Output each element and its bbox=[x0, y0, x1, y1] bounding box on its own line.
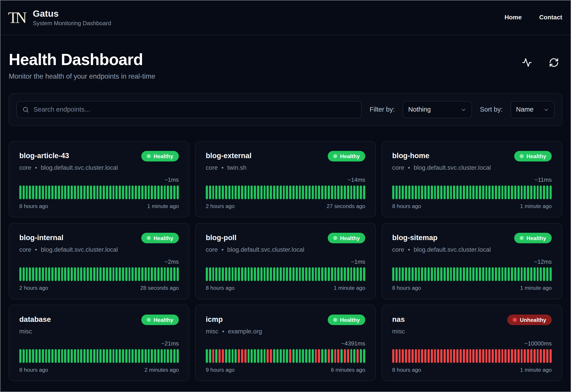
bar-success[interactable] bbox=[132, 267, 134, 281]
bar-success[interactable] bbox=[347, 185, 349, 199]
bar-success[interactable] bbox=[321, 267, 323, 281]
bar-success[interactable] bbox=[29, 267, 31, 281]
bar-success[interactable] bbox=[151, 349, 153, 363]
bar-success[interactable] bbox=[128, 349, 131, 363]
bar-failure[interactable] bbox=[540, 349, 542, 363]
bar-success[interactable] bbox=[29, 185, 31, 199]
bar-success[interactable] bbox=[308, 349, 311, 363]
bar-success[interactable] bbox=[93, 349, 95, 363]
bar-success[interactable] bbox=[283, 267, 285, 281]
bar-success[interactable] bbox=[488, 267, 491, 281]
bar-success[interactable] bbox=[270, 185, 272, 199]
bar-success[interactable] bbox=[141, 185, 143, 199]
bar-success[interactable] bbox=[83, 185, 85, 199]
bar-failure[interactable] bbox=[337, 349, 339, 363]
bar-success[interactable] bbox=[251, 349, 253, 363]
bar-success[interactable] bbox=[58, 185, 60, 199]
bar-success[interactable] bbox=[421, 267, 423, 281]
bar-success[interactable] bbox=[533, 267, 535, 281]
bar-success[interactable] bbox=[318, 185, 320, 199]
bar-success[interactable] bbox=[292, 267, 294, 281]
bar-success[interactable] bbox=[357, 185, 359, 199]
bar-success[interactable] bbox=[93, 267, 95, 281]
bar-success[interactable] bbox=[296, 185, 298, 199]
bar-success[interactable] bbox=[128, 267, 131, 281]
bar-success[interactable] bbox=[116, 267, 118, 281]
bar-success[interactable] bbox=[325, 185, 327, 199]
bar-failure[interactable] bbox=[447, 349, 449, 363]
bar-success[interactable] bbox=[415, 185, 417, 199]
bar-success[interactable] bbox=[119, 349, 121, 363]
bar-success[interactable] bbox=[58, 349, 60, 363]
bar-failure[interactable] bbox=[289, 349, 291, 363]
bar-failure[interactable] bbox=[469, 349, 471, 363]
bar-failure[interactable] bbox=[472, 349, 474, 363]
bar-success[interactable] bbox=[215, 185, 217, 199]
bar-success[interactable] bbox=[492, 185, 494, 199]
bar-failure[interactable] bbox=[498, 349, 500, 363]
bar-success[interactable] bbox=[112, 349, 114, 363]
uptime-bars[interactable] bbox=[19, 267, 179, 281]
bar-success[interactable] bbox=[247, 349, 249, 363]
bar-success[interactable] bbox=[505, 267, 507, 281]
bar-success[interactable] bbox=[305, 185, 307, 199]
bar-success[interactable] bbox=[212, 185, 214, 199]
bar-success[interactable] bbox=[286, 267, 288, 281]
bar-success[interactable] bbox=[350, 267, 352, 281]
bar-success[interactable] bbox=[135, 267, 137, 281]
bar-success[interactable] bbox=[23, 185, 25, 199]
bar-success[interactable] bbox=[209, 185, 211, 199]
bar-success[interactable] bbox=[177, 185, 179, 199]
bar-success[interactable] bbox=[283, 349, 285, 363]
bar-success[interactable] bbox=[363, 185, 365, 199]
bar-success[interactable] bbox=[428, 267, 430, 281]
bar-success[interactable] bbox=[228, 185, 230, 199]
bar-success[interactable] bbox=[469, 185, 471, 199]
bar-success[interactable] bbox=[154, 349, 156, 363]
bar-success[interactable] bbox=[440, 185, 442, 199]
bar-success[interactable] bbox=[35, 185, 37, 199]
bar-success[interactable] bbox=[270, 267, 272, 281]
bar-failure[interactable] bbox=[517, 349, 519, 363]
bar-success[interactable] bbox=[399, 185, 401, 199]
bar-success[interactable] bbox=[299, 267, 301, 281]
bar-success[interactable] bbox=[251, 185, 253, 199]
bar-success[interactable] bbox=[260, 349, 262, 363]
bar-success[interactable] bbox=[511, 185, 513, 199]
bar-success[interactable] bbox=[260, 185, 262, 199]
bar-success[interactable] bbox=[524, 185, 526, 199]
bar-success[interactable] bbox=[61, 267, 63, 281]
bar-success[interactable] bbox=[450, 185, 452, 199]
bar-success[interactable] bbox=[347, 267, 349, 281]
bar-success[interactable] bbox=[135, 185, 137, 199]
bar-success[interactable] bbox=[337, 185, 339, 199]
uptime-bars[interactable] bbox=[206, 185, 365, 199]
bar-success[interactable] bbox=[71, 185, 73, 199]
bar-success[interactable] bbox=[35, 267, 37, 281]
bar-success[interactable] bbox=[260, 267, 262, 281]
bar-success[interactable] bbox=[479, 185, 481, 199]
bar-success[interactable] bbox=[543, 267, 545, 281]
bar-failure[interactable] bbox=[479, 349, 481, 363]
bar-failure[interactable] bbox=[395, 349, 397, 363]
bar-failure[interactable] bbox=[549, 349, 551, 363]
bar-success[interactable] bbox=[39, 349, 41, 363]
bar-failure[interactable] bbox=[527, 349, 529, 363]
bar-success[interactable] bbox=[64, 349, 66, 363]
bar-success[interactable] bbox=[247, 267, 249, 281]
bar-success[interactable] bbox=[501, 185, 503, 199]
bar-success[interactable] bbox=[157, 185, 159, 199]
bar-success[interactable] bbox=[106, 349, 108, 363]
bar-failure[interactable] bbox=[434, 349, 436, 363]
bar-success[interactable] bbox=[148, 185, 150, 199]
nav-link-contact[interactable]: Contact bbox=[539, 14, 562, 21]
bar-success[interactable] bbox=[418, 185, 420, 199]
bar-failure[interactable] bbox=[456, 349, 458, 363]
bar-success[interactable] bbox=[302, 349, 304, 363]
bar-success[interactable] bbox=[157, 349, 159, 363]
bar-success[interactable] bbox=[540, 267, 542, 281]
bar-success[interactable] bbox=[325, 267, 327, 281]
bar-success[interactable] bbox=[257, 185, 259, 199]
bar-success[interactable] bbox=[263, 185, 265, 199]
bar-success[interactable] bbox=[344, 185, 346, 199]
